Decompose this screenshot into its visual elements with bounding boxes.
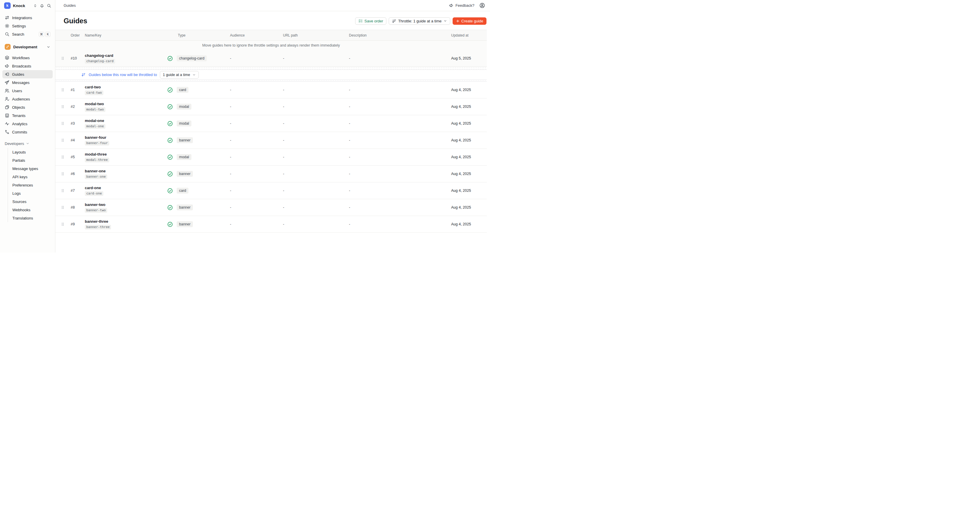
guide-row[interactable]: #8banner-twobanner-twobanner---Aug 4, 20… bbox=[56, 199, 487, 216]
guide-name: banner-four bbox=[85, 135, 106, 140]
guide-name: card-two bbox=[85, 85, 101, 89]
guide-order: #6 bbox=[71, 172, 85, 176]
guide-description: - bbox=[349, 188, 451, 193]
workspace-switcher-icon[interactable] bbox=[33, 4, 37, 8]
sidebar-top-nav: IntegrationsSettingsSearch⌘K bbox=[0, 11, 55, 38]
sidebar-item-label: Layouts bbox=[13, 150, 26, 155]
sidebar-item-logs[interactable]: Logs bbox=[8, 189, 53, 198]
guide-type-badge: changelog-card bbox=[177, 56, 207, 61]
guide-order: #5 bbox=[71, 155, 85, 159]
guide-updated-at: Aug 4, 2025 bbox=[451, 222, 483, 226]
sidebar-item-commits[interactable]: Commits bbox=[2, 128, 53, 136]
breadcrumb: Guides bbox=[64, 3, 76, 8]
sidebar-item-api-keys[interactable]: API keys bbox=[8, 173, 53, 181]
guide-key: banner-two bbox=[85, 208, 107, 213]
guide-row[interactable]: #2modal-twomodal-twomodal---Aug 4, 2025 bbox=[56, 99, 487, 115]
save-order-button[interactable]: Save order bbox=[355, 18, 387, 25]
sidebar-item-message-types[interactable]: Message types bbox=[8, 164, 53, 173]
guide-key: banner-one bbox=[85, 174, 107, 179]
guide-row[interactable]: #1card-twocard-twocard---Aug 4, 2025 bbox=[56, 81, 487, 99]
guide-row[interactable]: #4banner-fourbanner-fourbanner---Aug 4, … bbox=[56, 132, 487, 149]
create-guide-button[interactable]: Create guide bbox=[453, 18, 487, 25]
sidebar-item-partials[interactable]: Partials bbox=[8, 156, 53, 164]
guide-type-badge: banner bbox=[177, 204, 193, 210]
guide-type-badge: card bbox=[177, 188, 188, 194]
guide-row[interactable]: #3modal-onemodal-onemodal---Aug 4, 2025 bbox=[56, 115, 487, 132]
drag-handle-icon[interactable] bbox=[60, 188, 71, 193]
sidebar-item-broadcasts[interactable]: Broadcasts bbox=[2, 62, 53, 70]
feedback-button[interactable]: Feedback? bbox=[449, 3, 474, 8]
sidebar-item-messages[interactable]: Messages bbox=[2, 78, 53, 87]
sidebar-item-audiences[interactable]: Audiences bbox=[2, 95, 53, 103]
guide-updated-at: Aug 4, 2025 bbox=[451, 138, 483, 142]
status-active-icon bbox=[167, 87, 173, 93]
sidebar-item-settings[interactable]: Settings bbox=[2, 22, 53, 30]
column-header-description: Description bbox=[349, 33, 451, 37]
throttle-settings-button[interactable]: Throttle: 1 guide at a time bbox=[389, 18, 450, 25]
guide-description: - bbox=[349, 88, 451, 92]
guide-key: card-two bbox=[85, 91, 103, 95]
unthrottled-dropzone: Move guides here to ignore the throttle … bbox=[56, 41, 487, 67]
search-icon[interactable] bbox=[47, 3, 51, 8]
guide-row[interactable]: #6banner-onebanner-onebanner---Aug 4, 20… bbox=[56, 166, 487, 182]
guide-url-path: - bbox=[283, 188, 349, 193]
sidebar-item-search[interactable]: Search⌘K bbox=[2, 30, 53, 38]
guide-type-badge: modal bbox=[177, 121, 191, 126]
drag-handle-icon[interactable] bbox=[60, 206, 71, 209]
sidebar-item-sources[interactable]: Sources bbox=[8, 198, 53, 206]
guide-url-path: - bbox=[283, 88, 349, 92]
sidebar-item-analytics[interactable]: Analytics bbox=[2, 119, 53, 128]
drag-handle-icon[interactable] bbox=[60, 105, 71, 109]
environment-switcher[interactable]: Development bbox=[2, 42, 53, 51]
user-avatar-icon[interactable] bbox=[479, 3, 485, 8]
guide-description: - bbox=[349, 172, 451, 176]
sidebar-item-layouts[interactable]: Layouts bbox=[8, 148, 53, 156]
guide-type-badge: banner bbox=[177, 171, 193, 177]
sidebar-item-label: Logs bbox=[13, 191, 21, 196]
drag-handle-icon[interactable] bbox=[60, 222, 71, 226]
drag-handle-icon[interactable] bbox=[60, 56, 71, 61]
guide-row[interactable]: #5modal-threemodal-threemodal---Aug 4, 2… bbox=[56, 149, 487, 166]
main-area: Guides Feedback? Guides Save order bbox=[56, 0, 490, 253]
drag-handle-icon[interactable] bbox=[60, 121, 71, 126]
guide-url-path: - bbox=[283, 222, 349, 226]
status-active-icon bbox=[167, 104, 173, 110]
sidebar-item-tenants[interactable]: Tenants bbox=[2, 112, 53, 119]
sidebar-item-webhooks[interactable]: Webhooks bbox=[8, 206, 53, 214]
sidebar-item-label: Sources bbox=[13, 199, 27, 204]
guide-audience: - bbox=[230, 88, 283, 92]
guide-row[interactable]: #9banner-threebanner-threebanner---Aug 4… bbox=[56, 216, 487, 233]
drag-handle-icon[interactable] bbox=[60, 155, 71, 159]
guide-name: modal-three bbox=[85, 152, 107, 156]
workspace-logo[interactable]: k bbox=[4, 2, 11, 9]
drag-handle-icon[interactable] bbox=[60, 88, 71, 92]
guide-row[interactable]: #10changelog-cardchangelog-cardchangelog… bbox=[56, 50, 487, 67]
search-icon bbox=[5, 32, 10, 37]
guide-url-path: - bbox=[283, 138, 349, 142]
dropzone-gap bbox=[56, 67, 487, 70]
sidebar-item-workflows[interactable]: Workflows bbox=[2, 54, 53, 62]
sidebar-item-users[interactable]: Users bbox=[2, 87, 53, 95]
sidebar-item-label: Guides bbox=[12, 72, 24, 76]
throttle-select[interactable]: 1 guide at a time bbox=[160, 71, 199, 79]
guide-description: - bbox=[349, 222, 451, 226]
throttle-divider-row: Guides below this row will be throttled … bbox=[56, 70, 487, 80]
sidebar-item-guides[interactable]: Guides bbox=[2, 70, 53, 78]
developers-section-toggle[interactable]: Developers bbox=[2, 140, 53, 147]
notifications-bell-icon[interactable] bbox=[40, 3, 44, 8]
guide-description: - bbox=[349, 138, 451, 142]
guide-updated-at: Aug 5, 2025 bbox=[451, 56, 483, 61]
guide-audience: - bbox=[230, 138, 283, 142]
drag-handle-icon[interactable] bbox=[60, 172, 71, 176]
guide-url-path: - bbox=[283, 206, 349, 209]
drag-handle-icon[interactable] bbox=[60, 138, 71, 142]
guide-row[interactable]: #7card-onecard-onecard---Aug 4, 2025 bbox=[56, 182, 487, 199]
sidebar-item-integrations[interactable]: Integrations bbox=[2, 14, 53, 22]
sidebar-item-preferences[interactable]: Preferences bbox=[8, 181, 53, 189]
sidebar-item-objects[interactable]: Objects bbox=[2, 103, 53, 112]
sidebar-item-label: Message types bbox=[13, 166, 38, 171]
guide-description: - bbox=[349, 121, 451, 126]
sidebar-item-translations[interactable]: Translations bbox=[8, 214, 53, 222]
guide-url-path: - bbox=[283, 121, 349, 126]
guide-description: - bbox=[349, 56, 451, 61]
